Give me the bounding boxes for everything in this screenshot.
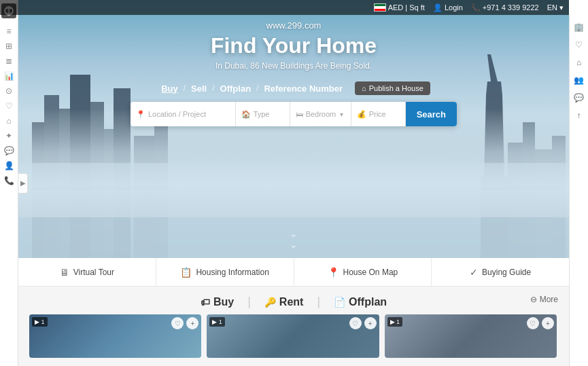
sidebar-chat-icon[interactable]: 💬 (3, 145, 15, 157)
phone-link[interactable]: 📞 +971 4 339 9222 (471, 3, 539, 12)
sidebar-star-icon[interactable]: ✦ (3, 130, 15, 142)
property-card-1[interactable]: ▶ 1 ♡ + (29, 314, 201, 358)
tab-separator-2: | (317, 295, 320, 309)
video-badge-2: ▶ 1 (209, 317, 225, 327)
sidebar-stats-icon[interactable]: 📊 (3, 70, 15, 82)
phone-icon: 📞 (471, 3, 481, 12)
more-button[interactable]: ⊖ More (530, 295, 558, 304)
location-field[interactable]: 📍 Location / Project (131, 102, 236, 126)
favorite-button-2[interactable]: ♡ (349, 317, 362, 329)
offplan-icon: 📄 (334, 297, 345, 308)
house-map-link[interactable]: 📍 House On Map (294, 258, 432, 286)
hero-section: www.299.com Find Your Home In Dubai, 86 … (18, 0, 569, 258)
nav-buy[interactable]: Buy (157, 82, 182, 95)
chevron-down-icon: ▾ (559, 3, 564, 12)
sidebar-menu-icon[interactable]: ≡ (3, 25, 15, 37)
property-cards: ▶ 1 ♡ + ▶ 1 ♡ + ▶ 1 ♡ + (29, 314, 558, 358)
right-sidebar: 🏢 ♡ ⌂ 👥 💬 ↑ (569, 15, 588, 366)
hero-title: Find Your Home (18, 33, 569, 58)
sidebar-expand-handle[interactable]: ▶ (18, 173, 28, 194)
buying-guide-link[interactable]: ✓ Buying Guide (432, 258, 569, 286)
bedroom-field[interactable]: 🛏 Bedroom ▾ (290, 102, 351, 126)
sidebar-profile-icon[interactable]: 👤 (3, 160, 15, 172)
type-field[interactable]: 🏠 Type (236, 102, 290, 126)
bottom-section: 🏷 Buy | 🔑 Rent | 📄 Offplan ⊖ More ▶ 1 ♡ … (18, 287, 569, 366)
virtual-tour-icon: 🖥 (60, 267, 69, 278)
bedroom-placeholder: Bedroom (306, 110, 336, 118)
buying-guide-icon: ✓ (470, 267, 478, 278)
right-home-icon[interactable]: ⌂ (572, 56, 586, 69)
right-up-icon[interactable]: ↑ (572, 109, 586, 122)
tab-buy[interactable]: 🏷 Buy (201, 296, 234, 308)
favorite-button-3[interactable]: ♡ (527, 317, 539, 329)
card-actions-3: ♡ + (527, 317, 554, 329)
right-chat-icon[interactable]: 💬 (572, 91, 586, 105)
tab-rent[interactable]: 🔑 Rent (264, 296, 304, 308)
top-bar: AED | Sq ft 👤 Login 📞 +971 4 339 9222 EN… (0, 0, 569, 15)
house-map-icon: 📍 (328, 267, 339, 278)
housing-info-link[interactable]: 📋 Housing Information (156, 258, 294, 286)
currency-selector[interactable]: AED | Sq ft (374, 3, 425, 12)
feature-bar: 🖥 Virtual Tour 📋 Housing Information 📍 H… (18, 258, 569, 287)
nav-sell[interactable]: Sell (187, 82, 211, 95)
virtual-tour-link[interactable]: 🖥 Virtual Tour (18, 258, 156, 286)
rent-icon: 🔑 (264, 297, 276, 308)
housing-info-icon: 📋 (180, 267, 192, 278)
home-icon: ⌂ (362, 84, 366, 92)
price-field[interactable]: 💰 Price (351, 102, 406, 126)
nav-offplan[interactable]: Offplan (216, 82, 256, 95)
right-heart-icon[interactable]: ♡ (572, 38, 586, 52)
right-people-icon[interactable]: 👥 (572, 73, 586, 87)
minus-circle-icon: ⊖ (530, 295, 537, 304)
chevron-down-double-icon: ⌄⌄ (290, 228, 298, 250)
scroll-indicator: ⌄⌄ (290, 228, 298, 250)
location-icon: 📍 (136, 110, 145, 119)
favorite-button-1[interactable]: ♡ (171, 317, 184, 329)
sidebar-list-icon[interactable]: ≣ (3, 55, 15, 67)
video-badge-1: ▶ 1 (32, 317, 48, 327)
add-button-3[interactable]: + (542, 317, 554, 329)
hero-subtitle: In Dubai, 86 New Buildings Are Being Sol… (18, 61, 569, 71)
type-icon: 🏠 (241, 110, 251, 119)
hero-content: www.299.com Find Your Home In Dubai, 86 … (18, 20, 569, 126)
currency-label: AED | Sq ft (388, 3, 425, 12)
sidebar-phone-icon[interactable]: 📞 (3, 175, 15, 187)
sidebar-grid-icon[interactable]: ⊞ (3, 40, 15, 52)
add-button-2[interactable]: + (364, 317, 377, 329)
sidebar-home-icon[interactable]: ⌂ (3, 115, 15, 127)
tab-offplan[interactable]: 📄 Offplan (334, 296, 387, 308)
left-sidebar: ≡ ⊞ ≣ 📊 ⊙ ♡ ⌂ ✦ 💬 👤 📞 (0, 0, 18, 366)
right-building-icon[interactable]: 🏢 (572, 20, 586, 34)
publish-button[interactable]: ⌂ Publish a House (355, 81, 430, 95)
property-card-2[interactable]: ▶ 1 ♡ + (207, 314, 379, 358)
location-placeholder: Location / Project (148, 110, 206, 118)
sidebar-heart-icon[interactable]: ♡ (3, 100, 15, 112)
login-button[interactable]: 👤 Login (433, 3, 463, 12)
card-actions-2: ♡ + (349, 317, 377, 329)
search-bar: 📍 Location / Project 🏠 Type 🛏 Bedroom ▾ … (131, 102, 457, 126)
bedroom-icon: 🛏 (296, 110, 303, 118)
tag-icon: 🏷 (201, 297, 210, 308)
flag-icon (374, 3, 386, 12)
language-selector[interactable]: EN ▾ (547, 3, 564, 12)
chevron-bedroom-icon: ▾ (340, 111, 343, 118)
price-placeholder: Price (369, 110, 386, 118)
user-icon: 👤 (433, 3, 443, 12)
search-nav: Buy / Sell / Offplan / Reference Number … (18, 81, 569, 95)
property-tabs: 🏷 Buy | 🔑 Rent | 📄 Offplan (29, 295, 558, 309)
sidebar-location-icon[interactable]: ⊙ (3, 85, 15, 97)
nav-reference[interactable]: Reference Number (260, 82, 347, 95)
price-icon: 💰 (357, 110, 366, 119)
hero-url: www.299.com (18, 20, 569, 31)
add-button-1[interactable]: + (186, 317, 198, 329)
type-placeholder: Type (254, 110, 270, 118)
search-button[interactable]: Search (406, 102, 457, 126)
property-card-3[interactable]: ▶ 1 ♡ + (385, 314, 557, 358)
video-badge-3: ▶ 1 (387, 317, 403, 327)
tab-separator-1: | (247, 295, 251, 309)
card-actions-1: ♡ + (171, 317, 198, 329)
